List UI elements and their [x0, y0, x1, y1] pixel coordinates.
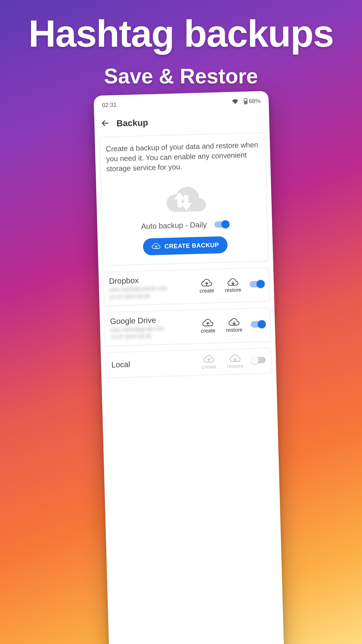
battery-icon: 68%	[243, 97, 261, 105]
create-action-dropbox[interactable]: create	[195, 278, 218, 294]
marketing-subtitle: Save & Restore	[0, 64, 362, 88]
create-action-google-drive[interactable]: create	[196, 318, 219, 334]
service-toggle-dropbox[interactable]	[249, 281, 264, 287]
service-toggle-google-drive[interactable]	[251, 321, 265, 328]
restore-action-google-drive[interactable]: restore	[223, 318, 246, 334]
cloud-upload-icon: create	[200, 288, 215, 294]
create-action-local[interactable]: create	[197, 354, 220, 370]
restore-action-local[interactable]: restore	[224, 354, 247, 370]
auto-backup-row: Auto backup - Daily	[108, 219, 261, 232]
service-toggle-local[interactable]	[252, 357, 266, 364]
auto-backup-toggle[interactable]	[214, 221, 229, 228]
wifi-icon	[232, 99, 238, 104]
marketing-hero: Hashtag backups Save & Restore	[0, 0, 362, 88]
marketing-title: Hashtag backups	[0, 12, 362, 55]
cloud-upload-icon: create	[201, 328, 215, 334]
service-name: Local	[111, 358, 194, 370]
service-card-dropbox: Dropbox user.name@outlook.com 15.07.2024…	[103, 267, 270, 306]
cloud-download-icon: restore	[226, 327, 242, 334]
status-time: 02:31	[102, 102, 117, 108]
app-bar: Backup	[94, 104, 269, 137]
cloud-download-icon: restore	[225, 287, 242, 293]
service-name: Dropbox	[109, 274, 192, 286]
cloud-download-icon: restore	[227, 363, 244, 370]
service-card-local: Local create restore	[106, 348, 272, 378]
create-backup-button[interactable]: CREATE BACKUP	[143, 236, 228, 256]
phone-frame: 02:31 68% Backup Create a backup of your…	[94, 91, 286, 644]
create-backup-label: CREATE BACKUP	[164, 242, 219, 250]
page-title: Backup	[116, 118, 148, 128]
cloud-upload-icon	[152, 242, 161, 251]
back-icon[interactable]	[101, 119, 110, 129]
backup-hero-card: Create a backup of your data and restore…	[99, 132, 268, 266]
service-name: Google Drive	[110, 315, 193, 326]
restore-action-dropbox[interactable]: restore	[222, 277, 245, 293]
auto-backup-label: Auto backup - Daily	[141, 220, 207, 231]
battery-percent: 68%	[249, 97, 261, 104]
backup-description: Create a backup of your data and restore…	[106, 140, 260, 174]
cloud-sync-icon	[157, 176, 211, 218]
cloud-upload-icon: create	[202, 364, 217, 370]
service-card-google-drive: Google Drive user.name@gmail.com 15.07.2…	[104, 308, 271, 346]
